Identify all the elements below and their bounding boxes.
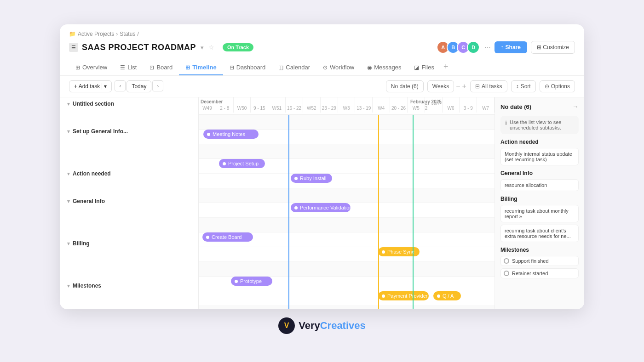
task-bar-board[interactable]: Create Board xyxy=(202,232,253,242)
timeline-section-untitled xyxy=(199,115,494,130)
right-panel-arrow-icon[interactable]: → xyxy=(572,103,579,110)
rp-section-action: Action needed xyxy=(500,139,579,145)
section-billing[interactable]: ▾ Billing xyxy=(60,237,198,250)
section-milestones-label: Milestones xyxy=(73,283,101,289)
list-nav-icon: ☰ xyxy=(120,64,125,71)
timeline-row-prototype: Prototype xyxy=(199,277,494,291)
weeks-row: Weeks − + xyxy=(427,80,466,92)
add-tab-button[interactable]: + xyxy=(441,58,451,75)
tab-board[interactable]: ⊡ Board xyxy=(143,60,179,75)
footer-brand-text: Very xyxy=(299,320,320,331)
task-panel: ▾ Untitled section ▾ Set up General Info… xyxy=(60,97,199,309)
task-label-perf: Performance Validation xyxy=(300,205,352,210)
rp-task-billing-1[interactable]: recurring task about monthly report » xyxy=(500,205,579,222)
options-button[interactable]: ⊙ Options xyxy=(540,80,575,92)
week-w5: W5 xyxy=(408,97,425,113)
week-w3: W3 xyxy=(338,97,356,113)
info-icon: ℹ xyxy=(505,120,507,126)
next-arrow-button[interactable]: › xyxy=(152,80,163,91)
rp-task-billing-2[interactable]: recurring task about client's extra reso… xyxy=(500,225,579,242)
week-w52: W52 xyxy=(303,97,321,113)
right-panel-header: No date (6) → xyxy=(500,103,579,110)
options-icon: ⊙ xyxy=(545,83,549,90)
task-dot xyxy=(235,280,238,283)
tab-dashboard[interactable]: ⊟ Dashboard xyxy=(223,60,272,75)
section-action[interactable]: ▾ Action needed xyxy=(60,167,198,180)
avatar-4: D xyxy=(467,41,480,54)
title-chevron-icon[interactable]: ▾ xyxy=(201,44,204,51)
tab-workflow[interactable]: ⊙ Workflow xyxy=(316,60,361,75)
task-bar-perf[interactable]: Performance Validation xyxy=(291,203,351,212)
section-setup[interactable]: ▾ Set up General Info... xyxy=(60,125,198,138)
timeline-row-setup: Project Setup xyxy=(199,159,494,174)
section-chevron-icon3: ▾ xyxy=(67,171,70,177)
task-bar-payment[interactable]: Payment Provider xyxy=(378,291,429,300)
section-billing-label: Billing xyxy=(73,240,90,247)
share-label: Share xyxy=(506,44,521,51)
rp-task-general-1[interactable]: resource allocation xyxy=(500,179,579,191)
section-milestones[interactable]: ▾ Milestones xyxy=(60,279,198,292)
add-task-button[interactable]: + Add task ▾ xyxy=(69,80,112,92)
task-row-meeting xyxy=(60,110,198,125)
weeks-minus-button[interactable]: − xyxy=(456,82,460,90)
toolbar: + Add task ▾ ‹ Today › No date (6) Weeks… xyxy=(60,76,584,97)
section-completed[interactable]: ▾ Completed xyxy=(60,307,198,309)
no-date-button[interactable]: No date (6) xyxy=(386,80,424,92)
task-bar-setup[interactable]: Project Setup xyxy=(219,159,265,168)
timeline-panel: December February 2025 W49 2 - 8 W50 9 -… xyxy=(199,97,494,309)
rp-milestone-support[interactable]: Support finished xyxy=(500,256,579,266)
rp-task-action-1[interactable]: Monthly internal status update (set recu… xyxy=(500,148,579,165)
share-icon: ↑ xyxy=(501,44,504,51)
calendar-icon: ◫ xyxy=(278,64,283,71)
section-untitled[interactable]: ▾ Untitled section xyxy=(60,97,198,110)
task-row-ruby xyxy=(60,153,198,167)
all-tasks-button[interactable]: ⊟ All tasks xyxy=(470,80,507,92)
rp-section-general: General Info xyxy=(500,170,579,176)
rp-milestone-retainer[interactable]: Retainer started xyxy=(500,268,579,278)
section-chevron-icon: ▾ xyxy=(67,101,70,107)
right-panel: No date (6) → ℹ Use the list view to see… xyxy=(494,97,584,309)
week-w49: W49 xyxy=(199,97,216,113)
tab-timeline[interactable]: ⊞ Timeline xyxy=(179,60,223,75)
toolbar-left: + Add task ▾ ‹ Today › xyxy=(69,80,163,92)
rp-section-billing: Billing xyxy=(500,196,579,202)
weeks-plus-button[interactable]: + xyxy=(462,82,466,90)
tab-overview-label: Overview xyxy=(82,64,107,71)
weeks-button[interactable]: Weeks xyxy=(427,80,454,92)
customize-button[interactable]: ⊞ Customize xyxy=(531,41,575,54)
week-13-19: 13 - 19 xyxy=(355,97,373,113)
tab-timeline-label: Timeline xyxy=(192,64,217,71)
timeline-rows: Meeting Notes Project Setup Ruby xyxy=(199,115,494,309)
more-button[interactable]: ··· xyxy=(484,43,490,51)
tab-messages[interactable]: ◉ Messages xyxy=(361,60,408,75)
timeline-row-ruby: Ruby Install xyxy=(199,174,494,188)
week-headers: W49 2 - 8 W50 9 - 15 W51 16 - 22 W52 23 … xyxy=(199,97,494,113)
task-bar-ruby[interactable]: Ruby Install xyxy=(291,174,332,183)
prev-arrow-button[interactable]: ‹ xyxy=(115,80,126,91)
add-task-chevron-icon[interactable]: ▾ xyxy=(102,83,107,90)
sort-button[interactable]: ↕ Sort xyxy=(511,80,536,92)
week-3-9: 3 - 9 xyxy=(460,97,477,113)
star-icon[interactable]: ☆ xyxy=(208,44,214,51)
customize-label: Customize xyxy=(543,44,569,51)
footer: V VeryCreatives xyxy=(278,309,366,338)
tab-list[interactable]: ☰ List xyxy=(114,60,143,75)
timeline-icon: ⊞ xyxy=(185,64,190,71)
tab-calendar[interactable]: ◫ Calendar xyxy=(272,60,316,75)
customize-icon: ⊞ xyxy=(537,44,541,51)
week-23-29: 23 - 29 xyxy=(321,97,338,113)
tab-files[interactable]: ◪ Files xyxy=(408,60,440,75)
task-row-payment xyxy=(60,265,198,279)
share-button[interactable]: ↑ Share xyxy=(494,41,527,53)
today-button[interactable]: Today xyxy=(126,80,151,92)
tab-workflow-label: Workflow xyxy=(330,64,354,71)
task-bar-prototype[interactable]: Prototype xyxy=(231,277,272,286)
tab-overview[interactable]: ⊞ Overview xyxy=(69,60,114,75)
list-icon: ☰ xyxy=(69,43,78,52)
task-bar-qa[interactable]: Q / A xyxy=(433,291,461,300)
filter-icon: ⊟ xyxy=(475,83,480,90)
task-bar-meeting[interactable]: Meeting Notes xyxy=(203,130,259,139)
task-dot xyxy=(206,236,209,239)
tab-messages-label: Messages xyxy=(374,64,401,71)
section-general[interactable]: ▾ General Info xyxy=(60,195,198,208)
